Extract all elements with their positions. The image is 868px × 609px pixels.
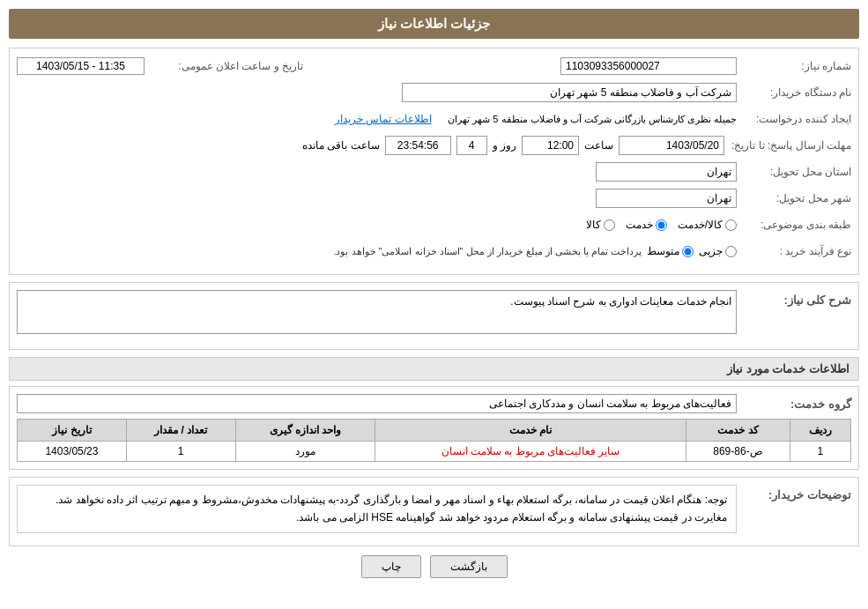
tarikh-input[interactable] (17, 57, 145, 75)
sharh-row: شرح کلی نیاز: انجام خدمات معاینات ادواری… (17, 290, 851, 337)
cell-vahed: مورد (235, 442, 375, 462)
cell-tarikh: 1403/05/23 (18, 442, 127, 462)
col-nam: نام خدمت (375, 420, 686, 442)
kala-label: کالا (586, 219, 601, 231)
services-section: گروه خدمت: ردیف کد خدمت نام خدمت واحد ان… (9, 386, 859, 470)
nam-dastgah-label: نام دستگاه خریدار: (737, 86, 851, 99)
tabaqe-row: طبقه بندی موضوعی: کالا/خدمت خدمت کالا (17, 214, 851, 235)
tabaqe-radios: کالا/خدمت خدمت کالا (17, 219, 737, 231)
radio-jozee[interactable]: جزیی (699, 245, 737, 257)
jozee-label: جزیی (699, 245, 723, 257)
radio-jozee-input[interactable] (725, 246, 737, 257)
print-button[interactable]: چاپ (361, 555, 421, 578)
tosih-row: توضیحات خریدار: توجه: هنگام اعلان قیمت د… (17, 485, 851, 533)
tabaqe-label: طبقه بندی موضوعی: (737, 219, 851, 231)
ijad-row: ایجاد کننده درخواست: جمیله نظری کارشناس … (17, 108, 851, 130)
shahr-input[interactable] (596, 189, 737, 208)
shahr-label: شهر محل تحویل: (737, 192, 851, 204)
table-header: ردیف کد خدمت نام خدمت واحد اندازه گیری ت… (18, 420, 851, 442)
nove-desc: پرداخت تمام یا بخشی از مبلغ خریدار از مح… (333, 246, 642, 257)
roz-label: روز و (493, 139, 516, 152)
ostan-value (17, 162, 737, 182)
khedmat-label: خدمت (626, 219, 653, 231)
radio-kala-khedmat-input[interactable] (725, 219, 737, 231)
ostan-label: استان محل تحویل: (737, 166, 851, 178)
mohlat-label: مهلت ارسال پاسخ: تا تاریخ: (724, 139, 851, 152)
group-row: گروه خدمت: (17, 394, 851, 413)
ijad-label: ایجاد کننده درخواست: (737, 113, 851, 125)
tosih-content: توجه: هنگام اعلان قیمت در سامانه، برگه ا… (17, 485, 737, 533)
mohlat-row: مهلت ارسال پاسخ: تا تاریخ: ساعت روز و سا… (17, 135, 851, 156)
table-header-row: ردیف کد خدمت نام خدمت واحد اندازه گیری ت… (18, 420, 851, 442)
mandheh-label: ساعت باقی مانده (302, 139, 380, 152)
col-kod: کد خدمت (686, 420, 790, 442)
mohlat-mandhe-input[interactable] (385, 136, 451, 155)
cell-kod: ص-86-869 (686, 442, 790, 462)
service-table: ردیف کد خدمت نام خدمت واحد اندازه گیری ت… (17, 419, 851, 462)
mohlat-date-input[interactable] (619, 136, 724, 155)
col-tedad: تعداد / مقدار (126, 420, 235, 442)
table-body: 1 ص-86-869 سایر فعالیت‌های مربوط به سلام… (18, 442, 851, 462)
ijad-text: جمیله نظری کارشناس بازرگانی شرکت آب و فا… (448, 114, 737, 125)
radio-khedmat[interactable]: خدمت (626, 219, 667, 231)
group-label: گروه خدمت: (737, 397, 851, 411)
nam-dastgah-row: نام دستگاه خریدار: (17, 82, 851, 103)
page-title: جزئیات اطلاعات نیاز (378, 16, 490, 31)
ostan-input[interactable] (596, 162, 737, 182)
ijad-link[interactable]: اطلاعات تماس خریدار (335, 113, 432, 125)
tosih-label: توضیحات خریدار: (737, 485, 851, 501)
kala-khedmat-label: کالا/خدمت (678, 219, 723, 231)
radio-kala-khedmat[interactable]: کالا/خدمت (678, 219, 737, 231)
ijad-value: جمیله نظری کارشناس بازرگانی شرکت آب و فا… (17, 113, 737, 125)
tarikh-value (17, 57, 145, 75)
tosih-section: توضیحات خریدار: توجه: هنگام اعلان قیمت د… (9, 477, 859, 546)
radio-motavaset[interactable]: متوسط (647, 245, 694, 257)
button-row: بازگشت چاپ (9, 555, 859, 578)
nove-label: نوع فرآیند خرید : (737, 245, 851, 257)
cell-tedad: 1 (126, 442, 235, 462)
radio-kala-input[interactable] (604, 219, 615, 231)
radio-motavaset-input[interactable] (682, 246, 694, 257)
shahr-value (17, 189, 737, 208)
ostan-row: استان محل تحویل: (17, 161, 851, 182)
mohlat-values: ساعت روز و ساعت باقی مانده (17, 136, 724, 155)
shmare-row: شماره نیاز: تاریخ و ساعت اعلان عمومی: (17, 56, 851, 77)
sharh-section: شرح کلی نیاز: انجام خدمات معاینات ادواری… (9, 282, 859, 350)
services-section-title: اطلاعات خدمات مورد نیاز (9, 357, 859, 381)
page-header: جزئیات اطلاعات نیاز (9, 9, 859, 39)
table-row: 1 ص-86-869 سایر فعالیت‌های مربوط به سلام… (18, 442, 851, 462)
nam-dastgah-value (17, 83, 737, 102)
cell-nam: سایر فعالیت‌های مربوط به سلامت انسان (375, 442, 686, 462)
shmare-input[interactable] (560, 57, 737, 75)
cell-radif: 1 (790, 442, 850, 462)
col-vahed: واحد اندازه گیری (235, 420, 375, 442)
shmare-label: شماره نیاز: (737, 60, 851, 72)
radio-kala[interactable]: کالا (586, 219, 615, 231)
tosih-note: توجه: هنگام اعلان قیمت در سامانه، برگه ا… (17, 485, 737, 533)
mohlat-roz-input[interactable] (456, 136, 487, 155)
sharh-textarea[interactable]: انجام خدمات معاینات ادواری به شرح اسناد … (17, 290, 737, 334)
nam-dastgah-input[interactable] (402, 83, 737, 102)
nove-value: جزیی متوسط پرداخت تمام یا بخشی از مبلغ خ… (17, 245, 737, 257)
tosih-text: توجه: هنگام اعلان قیمت در سامانه، برگه ا… (56, 494, 727, 524)
radio-khedmat-input[interactable] (656, 219, 667, 231)
group-value (17, 394, 737, 413)
group-input[interactable] (17, 394, 737, 413)
col-radif: ردیف (790, 420, 850, 442)
saat-label: ساعت (584, 139, 613, 152)
back-button[interactable]: بازگشت (430, 555, 508, 578)
main-info-section: شماره نیاز: تاریخ و ساعت اعلان عمومی: نا… (9, 48, 859, 275)
sharh-content: انجام خدمات معاینات ادواری به شرح اسناد … (17, 290, 737, 337)
mohlat-saat-input[interactable] (522, 136, 579, 155)
tarikh-label: تاریخ و ساعت اعلان عمومی: (145, 60, 303, 72)
col-tarikh: تاریخ نیاز (18, 420, 127, 442)
motavaset-label: متوسط (647, 245, 679, 257)
shahr-row: شهر محل تحویل: (17, 188, 851, 209)
nove-row: نوع فرآیند خرید : جزیی متوسط پرداخت تمام… (17, 241, 851, 262)
shmare-value (303, 57, 737, 75)
sharh-label: شرح کلی نیاز: (737, 290, 851, 307)
